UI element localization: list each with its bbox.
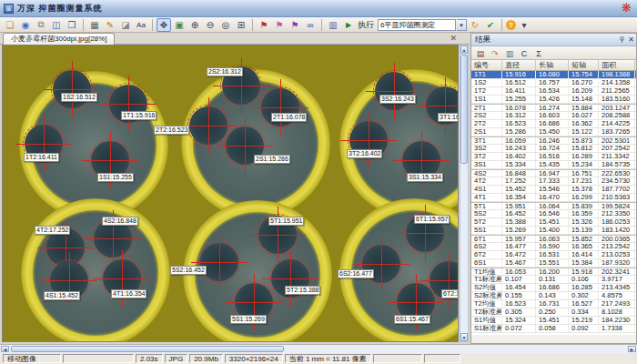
undo-result-icon[interactable]: ↷ [489,47,501,59]
method-dropdown-icon[interactable]: ▼ [457,19,467,31]
table-row[interactable]: 6T216.47216.53116.414213.0253 [471,251,636,259]
zone-label-6S2: 6S2:16.477 [338,269,374,278]
summary-row[interactable]: S1标准差0.0720.0580.0921.7338 [471,325,636,333]
panel-close-icon[interactable]: ✕ [628,34,634,46]
table-row[interactable]: 1T216.41116.53416.209211.2565 [471,87,636,96]
cell: 16.299 [569,194,599,201]
table-row[interactable]: 6S115.46715.55115.384187.9320 [471,259,636,268]
window-system-icon[interactable]: ≣ [4,4,14,14]
results-toolbar: ▤↷▥CΣ [471,46,636,60]
scroll-right-icon[interactable]: ▶ [628,346,636,352]
export-report-icon[interactable]: ▤ [474,47,487,59]
cell: 211.2565 [599,87,635,95]
cell: 6S2 [471,243,502,250]
table-row[interactable]: 3T116.05916.24615.873202.5301 [471,136,636,145]
table-row[interactable]: 2S216.31216.60316.027208.2588 [471,112,636,120]
table-row[interactable]: 3T216.40216.51616.289211.3342 [471,153,636,161]
tab-close-icon[interactable]: ✕ [450,34,457,44]
cell: 15.951 [502,203,536,209]
canvas-vertical-scrollbar[interactable]: ▲ ▼ [460,45,469,342]
table-row[interactable]: 5T215.38815.45115.326186.0253 [471,218,636,227]
cell: 15.551 [536,259,569,267]
copy-icon[interactable]: ⧉ [34,18,48,32]
vertical-scroll-thumb[interactable] [460,55,468,164]
recalc-icon[interactable]: ↻ [468,18,482,32]
scroll-up-icon[interactable]: ▲ [460,46,468,54]
table-row[interactable]: 2S115.28615.45015.122183.7265 [471,128,636,136]
cell: 15.378 [569,186,599,193]
cell: 0.305 [502,308,536,316]
table-row[interactable]: 4S115.45215.54615.378187.7702 [471,186,636,194]
eraser-icon[interactable]: ◪ [118,18,133,32]
table-row[interactable]: 5S216.45216.54616.359212.3350 [471,210,636,218]
table-row[interactable]: 3S115.33415.43515.234184.5735 [471,161,636,169]
summary-row[interactable]: T1均值16.05316.20015.918202.3241 [471,268,636,276]
zoom-out-icon[interactable]: ⊖ [203,18,217,32]
summary-row[interactable]: T1标准差0.1070.1310.1063.9717 [471,276,636,284]
pan-hand-icon[interactable]: ✥ [157,18,171,32]
table-row[interactable]: 1S115.25515.42615.148183.5160 [471,96,636,104]
cell: 1.7338 [599,325,635,332]
zoom-window-icon[interactable]: ◎ [218,18,233,32]
run-button-icon[interactable]: ▶ [341,18,356,32]
mark-flag-icon[interactable]: ⚑ [288,18,302,32]
table-row[interactable]: 4T217.25217.33317.231234.5730 [471,177,636,186]
summary-row[interactable]: T2标准差0.3050.2500.3348.1028 [471,308,636,317]
cell: 16.470 [536,194,569,201]
scroll-left-icon[interactable]: ◀ [1,346,9,352]
clear-results-button[interactable]: C [518,47,531,59]
pencil-annotate-icon[interactable]: ✎ [103,18,117,32]
calibrate-flag-icon[interactable]: ⚑ [257,18,271,32]
measure-flag-icon[interactable]: ⚑ [272,18,287,32]
table-row[interactable]: 2T216.52316.68616.362214.4225 [471,120,636,128]
save-all-icon[interactable]: ❒ [65,18,79,32]
table-row[interactable]: 5T115.95116.06415.839199.5824 [471,202,636,210]
zoom-in-icon[interactable]: ⊕ [187,18,202,32]
chart-result-icon[interactable]: ▥ [503,47,516,59]
method-select[interactable]: 6平皿抑菌圈测定 [378,19,456,31]
camera-acquire-icon[interactable]: ◉ [18,18,33,32]
cell: 199.5824 [599,203,635,209]
zoom-fit-icon[interactable]: ⊞ [234,18,248,32]
scroll-down-icon[interactable]: ▼ [460,333,468,341]
print-icon[interactable]: ▦ [87,18,102,32]
help-icon[interactable]: ? [506,20,516,30]
image-tab[interactable]: 小麦赤霉杆菌300dpi.jpg[28%] [3,33,115,45]
table-row[interactable]: 1T115.91616.08015.754198.1368 [471,71,636,79]
run-button-label[interactable]: 执行 [358,19,374,31]
text-label-icon[interactable]: Aa [134,18,148,32]
image-canvas[interactable]: 1S2:16.5121T1:15.9161T2:16.4111S1:15.255… [2,45,459,342]
batch-monitor-icon[interactable]: ▥ [326,18,340,32]
zone-label-1S1: 1S1:15.255 [97,173,134,182]
table-row[interactable]: 6T115.95716.06315.852200.0365 [471,235,636,243]
cell: 16.064 [536,203,569,209]
horizontal-scrollbar[interactable]: ◀ ▶ [0,344,637,353]
zone-crosshair-v [449,252,450,308]
table-row[interactable]: 3S216.24316.72415.812207.2542 [471,145,636,153]
cell: 212.3350 [599,210,635,217]
table-row[interactable]: 4T116.35416.47016.299210.5363 [471,194,636,202]
more-dropdown-icon[interactable]: ▾ [517,18,531,32]
table-row[interactable]: 6S216.47716.59016.365213.2542 [471,243,636,251]
cell: 0.072 [502,325,536,332]
image-view-icon[interactable]: ▣ [172,18,187,32]
cell: 184.2230 [599,317,635,324]
open-image-icon[interactable]: ❏ [3,18,17,32]
cell: 202.3241 [599,268,635,275]
pin-icon[interactable]: ⚲ [619,34,624,46]
horizontal-scroll-thumb[interactable] [11,346,284,352]
summary-row[interactable]: S2均值16.45416.68616.285213.4345 [471,284,636,292]
table-row[interactable]: 1S216.51216.75716.270214.1358 [471,79,636,87]
sum-statistics-button[interactable]: Σ [532,47,545,59]
link-scale-icon[interactable]: ∞ [303,18,318,32]
summary-row[interactable]: S1均值15.32415.45115.219184.2230 [471,317,636,325]
summary-row[interactable]: S2标准差0.1550.1430.3024.8575 [471,292,636,300]
table-row[interactable]: 2T116.07816.27415.884203.1247 [471,104,636,112]
summary-row[interactable]: T2均值16.52316.73116.527217.2493 [471,300,636,308]
save-icon[interactable]: ◫ [49,18,64,32]
status-segment-2: 20.9Mb [189,354,223,363]
toolbar-separator [152,19,153,31]
apply-check-icon[interactable]: ✔ [483,18,498,32]
table-row[interactable]: 4S216.84816.94716.751222.6530 [471,169,636,177]
table-row[interactable]: 5S115.26915.40015.139183.1420 [471,227,636,235]
